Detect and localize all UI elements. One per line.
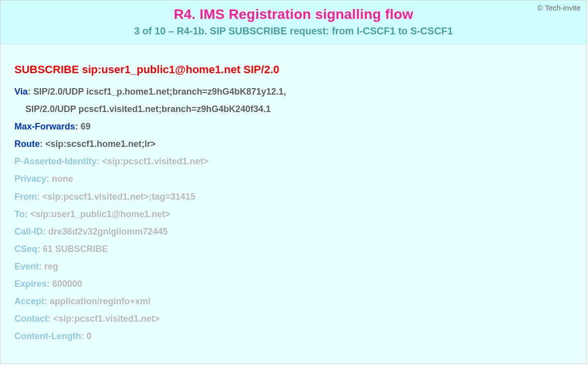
header-value: : none xyxy=(46,174,73,184)
header-value: : reg xyxy=(39,261,58,271)
header-key: Content-Length xyxy=(14,331,81,341)
header-key: Privacy xyxy=(14,174,46,184)
sip-header-to: To: <sip:user1_public1@home1.net> xyxy=(14,206,573,223)
sip-header-event: Event: reg xyxy=(14,258,573,275)
sip-header-call-id: Call-ID: dre36d2v32gnlgiiomm72445 xyxy=(14,223,573,241)
header-value-cont: SIP/2.0/UDP pcscf1.visited1.net;branch=z… xyxy=(25,104,271,114)
sip-header-via: Via: SIP/2.0/UDP icscf1_p.home1.net;bran… xyxy=(14,83,573,101)
copyright-label: © Tech-invite xyxy=(537,3,581,12)
sip-header-cseq: CSeq: 61 SUBSCRIBE xyxy=(14,241,573,258)
sip-header-content-length: Content-Length: 0 xyxy=(14,328,573,345)
header-key: Route xyxy=(14,139,40,149)
sip-header-via-cont: SIP/2.0/UDP pcscf1.visited1.net;branch=z… xyxy=(14,101,573,118)
header-value: : dre36d2v32gnlgiiomm72445 xyxy=(43,227,168,237)
sip-request-line: SUBSCRIBE sip:user1_public1@home1.net SI… xyxy=(14,63,573,76)
header-key: CSeq xyxy=(14,244,37,254)
header-key: Call-ID xyxy=(14,227,43,237)
document-subtitle: 3 of 10 – R4-1b. SIP SUBSCRIBE request: … xyxy=(0,25,587,37)
header-value: : <sip:pcscf1.visited1.net> xyxy=(97,156,208,166)
header-key: Event xyxy=(14,261,39,271)
sip-message-body: SUBSCRIBE sip:user1_public1@home1.net SI… xyxy=(0,44,587,355)
sip-header-from: From: <sip:pcscf1.visited1.net>;tag=3141… xyxy=(14,188,573,206)
header-value: : <sip:scscf1.home1.net;lr> xyxy=(40,139,156,149)
sip-header-accept: Accept: application/reginfo+xml xyxy=(14,293,573,310)
header-value: : application/reginfo+xml xyxy=(44,296,151,306)
sip-header-p-asserted-identity: P-Asserted-Identity: <sip:pcscf1.visited… xyxy=(14,153,573,170)
header-value: : SIP/2.0/UDP icscf1_p.home1.net;branch=… xyxy=(28,87,286,97)
header-key: Max-Forwards xyxy=(14,122,75,131)
header-key: Via xyxy=(14,87,28,97)
document-title: R4. IMS Registration signalling flow xyxy=(0,6,587,22)
header-key: Expires xyxy=(14,279,47,289)
document-header: R4. IMS Registration signalling flow 3 o… xyxy=(0,0,587,44)
header-key: To xyxy=(14,209,25,219)
sip-header-privacy: Privacy: none xyxy=(14,170,573,188)
header-key: P-Asserted-Identity xyxy=(14,156,97,166)
header-value: : 0 xyxy=(81,331,92,341)
header-value: : 600000 xyxy=(47,279,82,289)
header-value: : 61 SUBSCRIBE xyxy=(37,244,108,254)
sip-header-contact: Contact: <sip:pcscf1.visited1.net> xyxy=(14,310,573,328)
header-value: : <sip:pcscf1.visited1.net>;tag=31415 xyxy=(37,192,196,202)
header-key: Contact xyxy=(14,314,48,324)
document-page: © Tech-invite R4. IMS Registration signa… xyxy=(0,0,587,364)
header-key: Accept xyxy=(14,296,44,306)
sip-header-max-forwards: Max-Forwards: 69 xyxy=(14,118,573,135)
sip-header-expires: Expires: 600000 xyxy=(14,275,573,293)
header-value: : 69 xyxy=(75,122,91,131)
header-key: From xyxy=(14,192,37,202)
sip-header-route: Route: <sip:scscf1.home1.net;lr> xyxy=(14,135,573,153)
header-value: : <sip:user1_public1@home1.net> xyxy=(25,209,171,219)
header-value: : <sip:pcscf1.visited1.net> xyxy=(48,314,160,324)
